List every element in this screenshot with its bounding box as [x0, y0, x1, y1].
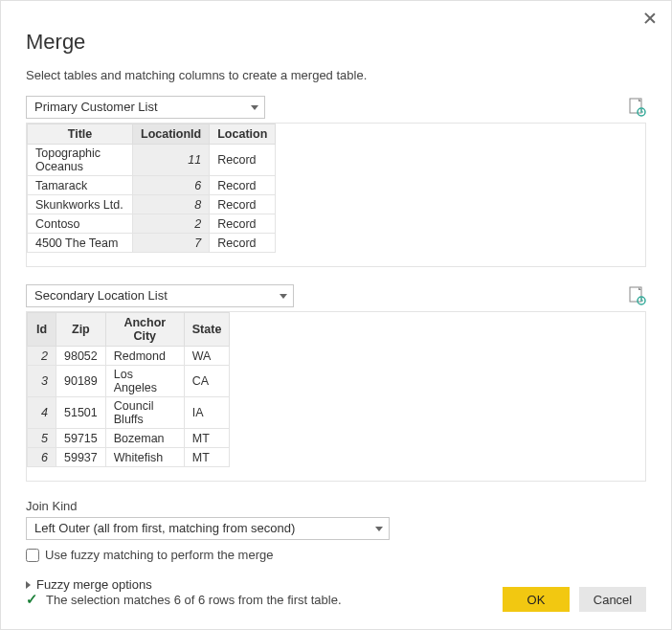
ok-button[interactable]: OK: [503, 587, 570, 612]
table1-header-row: Title LocationId Location: [28, 124, 276, 145]
cell: 6: [133, 176, 210, 195]
table-row[interactable]: Skunkworks Ltd. 8 Record: [28, 195, 276, 214]
table-refresh-icon[interactable]: [629, 98, 646, 117]
table2-dropdown[interactable]: Secondary Location List: [26, 284, 294, 307]
table-row[interactable]: Topographic Oceanus 11 Record: [28, 145, 276, 176]
cell: 90189: [56, 366, 106, 397]
table2-selected-name: Secondary Location List: [34, 288, 168, 303]
cell: 4500 The Team: [28, 234, 133, 253]
fuzzy-match-checkbox[interactable]: [26, 549, 39, 562]
join-kind-selected: Left Outer (all from first, matching fro…: [34, 521, 295, 535]
cell: IA: [184, 397, 230, 429]
cell: Topographic Oceanus: [28, 145, 133, 176]
table-row[interactable]: Tamarack 6 Record: [28, 176, 276, 195]
cell: Skunkworks Ltd.: [28, 195, 133, 214]
cell: 4: [28, 397, 56, 429]
close-icon[interactable]: [642, 11, 658, 26]
chevron-down-icon: [280, 294, 287, 299]
cell: Record: [210, 195, 276, 214]
fuzzy-match-label: Use fuzzy matching to perform the merge: [45, 548, 273, 562]
cell: MT: [184, 429, 230, 448]
table-row[interactable]: 5 59715 Bozeman MT: [28, 429, 230, 448]
cancel-button[interactable]: Cancel: [579, 587, 646, 612]
cell: Record: [210, 234, 276, 253]
cell: Whitefish: [105, 448, 184, 467]
cell: 59937: [56, 448, 106, 467]
merge-dialog: Merge Select tables and matching columns…: [0, 0, 672, 630]
cell: 51501: [56, 397, 106, 429]
cell: Record: [210, 176, 276, 195]
join-kind-label: Join Kind: [26, 499, 646, 513]
fuzzy-match-checkbox-row[interactable]: Use fuzzy matching to perform the merge: [26, 548, 646, 562]
cell: Bozeman: [105, 429, 184, 448]
table-row[interactable]: 3 90189 Los Angeles CA: [28, 366, 230, 397]
join-kind-dropdown[interactable]: Left Outer (all from first, matching fro…: [26, 517, 390, 540]
chevron-down-icon: [251, 105, 258, 110]
cell: CA: [184, 366, 230, 397]
match-status: ✓ The selection matches 6 of 6 rows from…: [26, 591, 342, 608]
chevron-down-icon: [375, 527, 383, 531]
cell: Tamarack: [28, 176, 133, 195]
cell: Redmond: [105, 347, 184, 366]
table2-header-row: Id Zip Anchor City State: [28, 313, 230, 347]
cell: 2: [28, 347, 56, 366]
cell: 59715: [56, 429, 106, 448]
cell: MT: [184, 448, 230, 467]
table-row[interactable]: Contoso 2 Record: [28, 214, 276, 234]
cell: 11: [133, 145, 210, 176]
cell: 6: [28, 448, 56, 467]
cell: Contoso: [28, 214, 133, 234]
cell: Los Angeles: [105, 366, 184, 397]
cell: Record: [210, 145, 276, 176]
table-row[interactable]: 2 98052 Redmond WA: [28, 347, 230, 366]
col-header[interactable]: Zip: [56, 313, 106, 347]
cell: 3: [28, 366, 56, 397]
col-header[interactable]: Title: [28, 124, 133, 145]
check-icon: ✓: [26, 591, 38, 608]
dialog-title: Merge: [26, 30, 646, 55]
cell: 8: [133, 195, 210, 214]
cell: Council Bluffs: [105, 397, 184, 429]
table1-dropdown[interactable]: Primary Customer List: [26, 96, 265, 119]
col-header[interactable]: Anchor City: [105, 313, 184, 347]
cell: 2: [133, 214, 210, 234]
table-refresh-icon[interactable]: [629, 286, 646, 305]
table1-preview: Title LocationId Location Topographic Oc…: [26, 123, 646, 267]
col-header-selected[interactable]: Id: [28, 313, 56, 347]
table2-grid[interactable]: Id Zip Anchor City State 2 98052 Redmond…: [27, 312, 230, 467]
cell: WA: [184, 347, 230, 366]
table-row[interactable]: 6 59937 Whitefish MT: [28, 448, 230, 467]
col-header-selected[interactable]: LocationId: [133, 124, 210, 145]
cell: Record: [210, 214, 276, 234]
table-row[interactable]: 4 51501 Council Bluffs IA: [28, 397, 230, 429]
table1-selected-name: Primary Customer List: [34, 100, 158, 114]
cell: 5: [28, 429, 56, 448]
dialog-subtitle: Select tables and matching columns to cr…: [26, 68, 646, 82]
cell: 7: [133, 234, 210, 253]
cell: 98052: [56, 347, 106, 366]
match-status-text: The selection matches 6 of 6 rows from t…: [46, 593, 342, 607]
table2-preview: Id Zip Anchor City State 2 98052 Redmond…: [26, 311, 646, 482]
col-header[interactable]: Location: [210, 124, 276, 145]
col-header[interactable]: State: [184, 313, 230, 347]
table1-grid[interactable]: Title LocationId Location Topographic Oc…: [27, 124, 276, 253]
table-row[interactable]: 4500 The Team 7 Record: [28, 234, 276, 253]
